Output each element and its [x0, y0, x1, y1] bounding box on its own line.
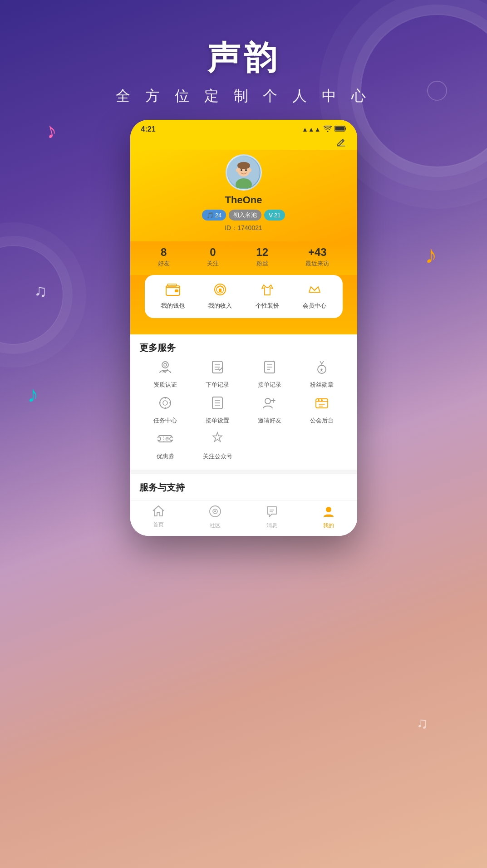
status-icons: ▲▲▲: [302, 126, 346, 133]
nav-home[interactable]: 首页: [130, 505, 187, 530]
svg-point-32: [160, 397, 171, 408]
status-bar: 4:21 ▲▲▲: [130, 120, 357, 135]
quick-menu-row: 我的钱包 我的收入: [149, 283, 338, 310]
stat-visitors-label: 最近来访: [305, 260, 329, 268]
edit-button-area[interactable]: [130, 135, 357, 150]
svg-point-40: [318, 399, 320, 401]
order-received-icon: [244, 359, 296, 378]
svg-point-12: [249, 168, 251, 172]
svg-point-19: [162, 362, 168, 368]
vip-icon: V: [269, 212, 273, 219]
service-medal-label: 粉丝勋章: [296, 381, 348, 389]
svg-point-33: [163, 401, 167, 405]
username: TheOne: [130, 194, 357, 206]
service-guild[interactable]: 公会后台: [296, 395, 348, 425]
svg-rect-18: [219, 289, 221, 292]
service-coupon-label: 优惠券: [139, 452, 192, 461]
service-invite-label: 邀请好友: [244, 417, 296, 425]
service-cert[interactable]: 资质认证: [139, 359, 192, 389]
menu-outfit[interactable]: 个性装扮: [244, 283, 291, 310]
service-task[interactable]: 任务中心: [139, 395, 192, 425]
messages-icon: [244, 505, 300, 521]
bottom-nav: 首页 社区 消息: [130, 500, 357, 536]
svg-point-43: [157, 437, 161, 441]
signal-icon: ▲▲▲: [302, 126, 321, 133]
stat-following-label: 关注: [207, 260, 219, 268]
wifi-icon: [324, 126, 332, 133]
service-invite[interactable]: 邀请好友: [244, 395, 296, 425]
service-medal[interactable]: ★ 粉丝勋章: [296, 359, 348, 389]
order-settings-icon: [192, 395, 244, 414]
cert-icon: [139, 359, 192, 378]
menu-vip[interactable]: 会员中心: [291, 283, 338, 310]
menu-vip-label: 会员中心: [291, 302, 338, 310]
fans-icon: 🎵: [207, 212, 214, 219]
service-coupon[interactable]: 券 优惠券: [139, 431, 192, 461]
music-note-cyan: ♪: [27, 381, 39, 407]
user-id: ID：1740021: [130, 224, 357, 232]
svg-rect-2: [335, 127, 344, 131]
svg-rect-14: [167, 284, 177, 286]
follow-wechat-icon: [192, 431, 244, 450]
stat-friends-number: 8: [158, 246, 170, 259]
menu-wallet[interactable]: 我的钱包: [149, 283, 197, 310]
badge-rank: 初入名池: [229, 210, 261, 221]
service-order-placed[interactable]: 下单记录: [192, 359, 244, 389]
music-note-white-bottom: ♫: [417, 714, 428, 732]
svg-point-56: [214, 510, 216, 512]
divider: [130, 470, 357, 474]
avatar-area: TheOne 🎵 24 初入名池 V 21 ID：1740021: [130, 150, 357, 241]
service-guild-label: 公会后台: [296, 417, 348, 425]
menu-income-label: 我的收入: [197, 302, 244, 310]
service-order-placed-label: 下单记录: [192, 381, 244, 389]
stats-row: 8 好友 0 关注 12 粉丝 +43 最近来访: [130, 241, 357, 275]
stat-friends[interactable]: 8 好友: [158, 246, 170, 268]
service-task-label: 任务中心: [139, 417, 192, 425]
income-icon: [197, 283, 244, 299]
nav-messages-label: 消息: [244, 522, 300, 530]
more-services-title: 更多服务: [139, 334, 348, 359]
svg-point-9: [241, 169, 242, 171]
menu-income[interactable]: 我的收入: [197, 283, 244, 310]
svg-text:券: 券: [165, 436, 169, 441]
wallet-icon: [149, 283, 197, 299]
nav-messages[interactable]: 消息: [244, 505, 300, 530]
nav-profile[interactable]: 我的: [300, 505, 357, 530]
service-order-received[interactable]: 接单记录: [244, 359, 296, 389]
home-icon: [130, 505, 187, 520]
badge-vip: V 21: [264, 210, 285, 221]
more-services-section: 更多服务 资质认证: [130, 334, 357, 470]
battery-icon: [335, 126, 346, 133]
invite-icon: [244, 395, 296, 414]
service-grid: 资质认证 下单记录: [139, 359, 348, 461]
music-note-white-left: ♫: [34, 281, 47, 301]
stat-visitors[interactable]: +43 最近来访: [305, 246, 329, 268]
stat-following[interactable]: 0 关注: [207, 246, 219, 268]
svg-point-59: [326, 507, 331, 512]
stat-fans[interactable]: 12 粉丝: [256, 246, 268, 268]
coupon-icon: 券: [139, 431, 192, 450]
edit-icon[interactable]: [336, 138, 346, 149]
task-icon: [139, 395, 192, 414]
profile-nav-icon: [300, 505, 357, 521]
phone-card: 4:21 ▲▲▲: [130, 120, 357, 536]
service-order-received-label: 接单记录: [244, 381, 296, 389]
svg-text:★: ★: [320, 368, 324, 373]
badge-fans: 🎵 24: [202, 210, 226, 221]
svg-point-20: [164, 363, 167, 366]
music-note-orange: ♪: [425, 240, 437, 269]
bg-vinyl-left: [0, 245, 64, 345]
stat-following-number: 0: [207, 246, 219, 259]
nav-community[interactable]: 社区: [187, 505, 244, 530]
service-cert-label: 资质认证: [139, 381, 192, 389]
order-placed-icon: [192, 359, 244, 378]
avatar[interactable]: [226, 154, 262, 191]
badges-row: 🎵 24 初入名池 V 21: [130, 210, 357, 221]
svg-rect-3: [337, 146, 345, 147]
outfit-icon: [244, 283, 291, 299]
service-follow-wechat[interactable]: 关注公众号: [192, 431, 244, 461]
menu-outfit-label: 个性装扮: [244, 302, 291, 310]
svg-point-11: [236, 168, 239, 172]
nav-profile-label: 我的: [300, 522, 357, 530]
service-order-settings[interactable]: 接单设置: [192, 395, 244, 425]
